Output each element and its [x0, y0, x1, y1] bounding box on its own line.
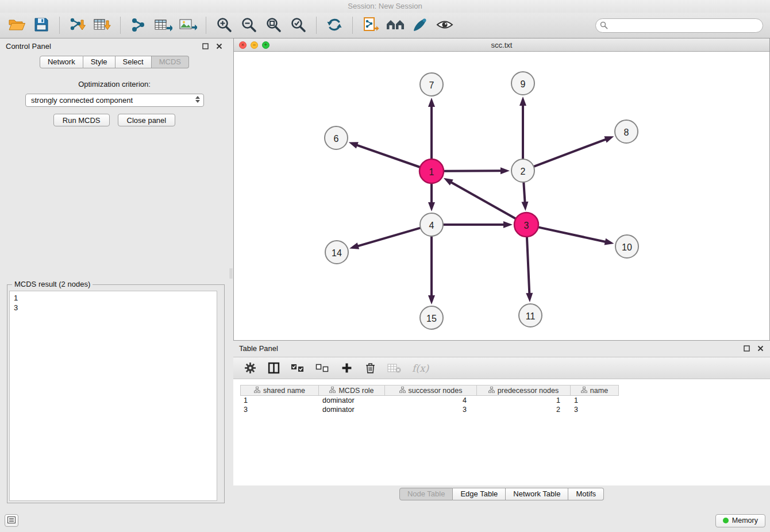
column-header-mcds-role[interactable]: MCDS role	[319, 385, 385, 396]
eye-icon	[436, 18, 453, 33]
node-11[interactable]: 11	[519, 304, 542, 327]
mcds-result-text[interactable]: 13	[9, 291, 217, 501]
close-panel-button[interactable]: Close panel	[118, 114, 176, 126]
column-header-successor-nodes[interactable]: successor nodes	[385, 385, 477, 396]
svg-text:6: 6	[334, 134, 339, 144]
tab-select[interactable]: Select	[116, 56, 152, 68]
edge-3-1[interactable]	[444, 178, 515, 218]
mcds-result-line: 1	[14, 293, 213, 303]
zoom-fit-button[interactable]	[264, 16, 283, 35]
toolbar-separator	[316, 17, 317, 34]
svg-text:14: 14	[332, 248, 342, 258]
edge-2-8[interactable]	[534, 136, 614, 166]
search-input[interactable]	[595, 18, 763, 33]
control-panel: Control Panel Network Style Select MCDS …	[0, 38, 229, 507]
node-7[interactable]: 7	[420, 73, 443, 96]
new-column-icon[interactable]	[340, 361, 353, 376]
delete-columns-icon[interactable]	[364, 361, 376, 376]
show-graphics-details-button[interactable]	[435, 16, 455, 35]
close-table-panel-icon[interactable]	[757, 345, 764, 352]
clone-network-button[interactable]	[361, 16, 380, 35]
tab-node-table[interactable]: Node Table	[399, 488, 453, 500]
node-6[interactable]: 6	[325, 126, 348, 149]
vertical-panel-splitter[interactable]	[229, 38, 233, 507]
float-panel-icon[interactable]	[202, 43, 209, 50]
table-panel-header: Table Panel	[233, 341, 770, 356]
refresh-icon	[326, 17, 343, 34]
zoom-window-icon[interactable]: +	[262, 41, 270, 49]
column-header-name[interactable]: name	[571, 385, 619, 396]
edge-4-15[interactable]	[428, 237, 435, 304]
tab-motifs[interactable]: Motifs	[568, 488, 604, 500]
save-button[interactable]	[32, 16, 51, 35]
float-table-panel-icon[interactable]	[743, 345, 750, 352]
run-mcds-button[interactable]: Run MCDS	[53, 114, 110, 126]
edge-1-2[interactable]	[444, 167, 510, 174]
zoom-out-button[interactable]	[239, 16, 259, 35]
tab-network-table[interactable]: Network Table	[506, 488, 568, 500]
export-image-button[interactable]	[178, 16, 198, 35]
show-columns-icon[interactable]	[267, 361, 280, 376]
edge-4-14[interactable]	[349, 228, 420, 249]
network-window-titlebar: × − + scc.txt	[234, 38, 769, 52]
node-1[interactable]: 1	[419, 159, 444, 183]
edge-1-4[interactable]	[428, 184, 435, 211]
node-3[interactable]: 3	[514, 213, 538, 237]
tab-style[interactable]: Style	[83, 56, 116, 68]
import-table-button[interactable]	[93, 16, 112, 35]
node-8[interactable]: 8	[615, 120, 638, 143]
tab-network[interactable]: Network	[40, 56, 83, 68]
node-9[interactable]: 9	[511, 72, 534, 95]
import-table-icon	[93, 17, 111, 34]
close-panel-icon[interactable]	[215, 43, 223, 50]
edge-3-11[interactable]	[526, 237, 533, 302]
show-panels-button[interactable]	[5, 514, 18, 527]
first-neighbors-icon	[386, 17, 405, 34]
table-row[interactable]: 1dominator411	[240, 396, 770, 405]
open-folder-button[interactable]	[7, 16, 26, 35]
edge-1-6[interactable]	[349, 142, 420, 167]
select-all-icon[interactable]	[291, 361, 305, 376]
close-window-icon[interactable]: ×	[239, 41, 247, 49]
column-header-predecessor-nodes[interactable]: predecessor nodes	[477, 385, 571, 396]
delete-table-icon	[387, 361, 401, 376]
refresh-button[interactable]	[325, 16, 344, 35]
save-icon	[34, 17, 49, 34]
table-row[interactable]: 3dominator323	[240, 405, 770, 414]
node-15[interactable]: 15	[420, 306, 443, 329]
svg-text:7: 7	[429, 80, 434, 90]
import-network-button[interactable]	[68, 16, 87, 35]
column-attribute-icon	[254, 387, 260, 395]
node-4[interactable]: 4	[420, 213, 443, 236]
edge-4-3[interactable]	[444, 221, 513, 228]
node-2[interactable]: 2	[511, 159, 534, 182]
table-mode-gear-icon[interactable]	[244, 361, 256, 376]
edge-1-7[interactable]	[428, 98, 435, 159]
edge-2-9[interactable]	[519, 97, 526, 159]
column-header-shared-name[interactable]: shared name	[240, 385, 319, 396]
new-network-button[interactable]	[129, 16, 148, 35]
first-neighbors-button[interactable]	[386, 16, 405, 35]
node-10[interactable]: 10	[615, 235, 638, 258]
network-canvas[interactable]: 7968124314101511	[234, 52, 769, 340]
criterion-dropdown[interactable]: strongly connected component	[25, 94, 204, 107]
clone-network-icon	[362, 16, 379, 35]
edge-2-3[interactable]	[521, 183, 528, 211]
control-panel-header: Control Panel	[0, 38, 229, 54]
tab-edge-table[interactable]: Edge Table	[453, 488, 506, 500]
table-panel-title: Table Panel	[239, 344, 278, 353]
minimize-window-icon[interactable]: −	[251, 41, 258, 49]
function-builder-icon: f(x)	[412, 361, 429, 376]
new-table-button[interactable]	[153, 16, 173, 35]
zoom-in-button[interactable]	[214, 16, 234, 35]
zoom-out-icon	[241, 17, 257, 34]
memory-button[interactable]: Memory	[715, 514, 765, 527]
node-14[interactable]: 14	[325, 241, 348, 264]
zoom-selected-button[interactable]	[288, 16, 308, 35]
memory-button-label: Memory	[732, 516, 758, 525]
deselect-all-icon[interactable]	[315, 361, 329, 376]
apply-style-button[interactable]	[410, 16, 430, 35]
table-cell: 4	[385, 396, 477, 405]
edge-3-10[interactable]	[538, 228, 614, 245]
tab-mcds[interactable]: MCDS	[152, 56, 189, 68]
